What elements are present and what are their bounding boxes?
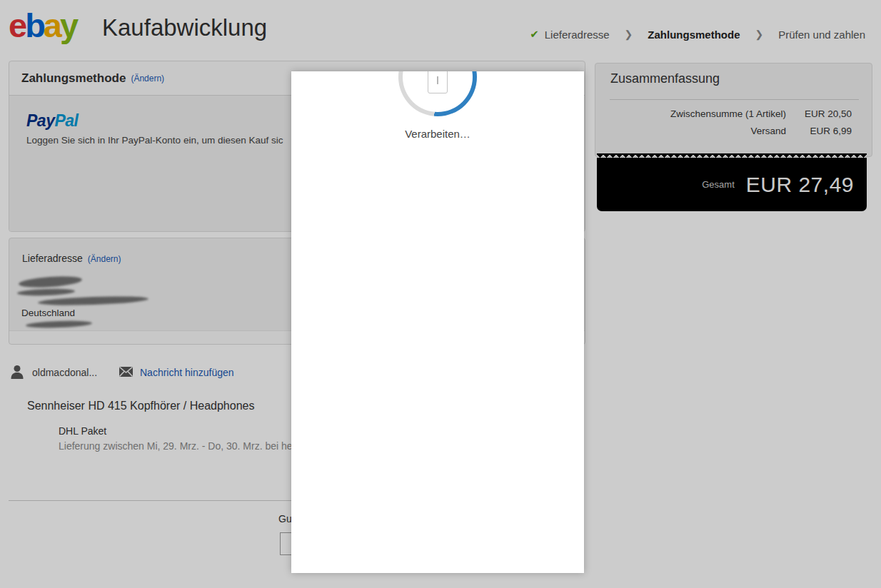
- receipt-icon: [428, 71, 448, 93]
- checkout-page: ebay Kaufabwicklung ✔ Lieferadresse ❯ Za…: [0, 0, 881, 588]
- processing-text: Verarbeiten…: [291, 128, 584, 140]
- receipt-icon-line: [437, 76, 438, 84]
- processing-modal: Verarbeiten…: [291, 71, 584, 573]
